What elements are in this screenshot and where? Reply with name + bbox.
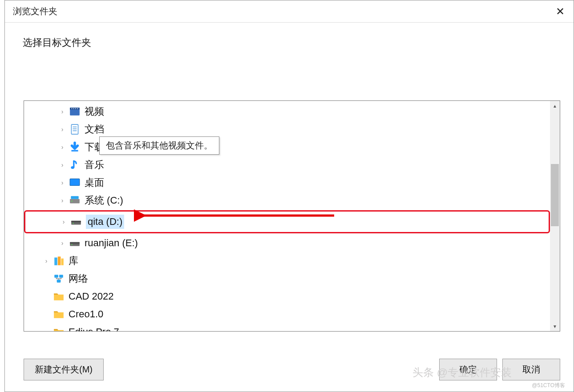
svg-point-4 <box>75 108 76 109</box>
svg-rect-21 <box>70 242 80 244</box>
svg-rect-28 <box>57 280 61 283</box>
tree-item[interactable]: ›Edius Pro 7 <box>24 323 550 331</box>
chevron-right-icon[interactable]: › <box>58 144 67 151</box>
tree-item-label: CAD 2022 <box>69 289 114 304</box>
folder-icon <box>53 290 65 303</box>
tree-item[interactable]: ›CAD 2022 <box>24 288 550 305</box>
folder-icon <box>53 308 65 320</box>
tree-item[interactable]: ›ruanjian (E:) <box>24 234 550 252</box>
folder-tree-scroll[interactable]: ›视频›文档›下载›音乐›桌面›系统 (C:)›qita (D:)›ruanji… <box>24 101 550 331</box>
tree-item-label: 音乐 <box>85 158 104 172</box>
music-icon <box>69 159 81 171</box>
svg-rect-12 <box>70 179 80 185</box>
tree-item[interactable]: ›Creo1.0 <box>24 305 550 323</box>
scrollbar-thumb[interactable] <box>551 164 559 226</box>
tree-item-label: 文档 <box>85 122 104 136</box>
chevron-right-icon[interactable]: › <box>58 161 67 168</box>
tree-item[interactable]: ›文档 <box>24 120 550 138</box>
video-icon <box>69 105 81 118</box>
chevron-right-icon[interactable]: › <box>58 240 67 247</box>
tree-item[interactable]: ›系统 (C:) <box>24 192 550 209</box>
svg-rect-26 <box>54 275 58 278</box>
close-button[interactable]: ✕ <box>547 0 574 22</box>
tree-item[interactable]: ›qita (D:) <box>24 210 550 233</box>
folder-icon <box>53 326 65 331</box>
close-icon: ✕ <box>556 5 565 18</box>
scroll-up-button[interactable]: ▲ <box>550 101 560 111</box>
chevron-right-icon[interactable]: › <box>58 179 67 186</box>
download-icon <box>69 141 81 153</box>
drive-icon <box>70 216 82 228</box>
tree-item[interactable]: ›库 <box>24 252 550 270</box>
scrollbar-track[interactable] <box>550 111 560 321</box>
new-folder-button[interactable]: 新建文件夹(M) <box>24 359 104 380</box>
tree-item-label: 系统 (C:) <box>85 193 123 208</box>
scrollbar-vertical[interactable]: ▲ ▼ <box>550 101 560 331</box>
svg-point-11 <box>71 166 74 169</box>
dialog-title: 浏览文件夹 <box>13 5 57 17</box>
browse-folder-dialog: 浏览文件夹 ✕ 选择目标文件夹 ›视频›文档›下载›音乐›桌面›系统 (C:)›… <box>4 0 574 392</box>
svg-point-5 <box>77 108 78 109</box>
chevron-right-icon[interactable]: › <box>58 197 67 204</box>
titlebar: 浏览文件夹 ✕ <box>5 0 574 23</box>
svg-point-2 <box>71 108 72 109</box>
svg-rect-6 <box>71 124 78 134</box>
chevron-right-icon[interactable]: › <box>59 218 68 225</box>
instruction-label: 选择目标文件夹 <box>5 23 574 49</box>
system-drive-icon <box>69 194 81 207</box>
svg-point-16 <box>71 201 72 202</box>
folder-tree-container: ›视频›文档›下载›音乐›桌面›系统 (C:)›qita (D:)›ruanji… <box>24 100 560 332</box>
library-icon <box>53 255 65 267</box>
tree-item[interactable]: ›桌面 <box>24 174 550 192</box>
drive-icon <box>69 237 81 249</box>
svg-rect-18 <box>71 221 81 222</box>
svg-rect-25 <box>61 259 63 265</box>
svg-point-22 <box>71 244 72 245</box>
tree-item[interactable]: ›网络 <box>24 270 550 288</box>
svg-point-19 <box>73 223 73 224</box>
scroll-down-button[interactable]: ▼ <box>550 321 560 331</box>
tree-item-label: 库 <box>69 254 78 268</box>
svg-rect-10 <box>71 150 78 152</box>
tree-item-label: 网络 <box>69 272 88 286</box>
chevron-right-icon[interactable]: › <box>58 126 67 133</box>
tree-item-label: ruanjian (E:) <box>85 236 138 250</box>
svg-rect-24 <box>58 256 61 265</box>
tree-item-label: Creo1.0 <box>69 307 103 321</box>
svg-rect-15 <box>71 196 78 199</box>
folder-tree: ›视频›文档›下载›音乐›桌面›系统 (C:)›qita (D:)›ruanji… <box>24 101 550 331</box>
watermark-site: @51CTO博客 <box>532 382 565 389</box>
tree-item[interactable]: ›视频 <box>24 103 550 120</box>
tree-item-label: 视频 <box>85 104 104 119</box>
network-icon <box>53 272 65 285</box>
svg-rect-23 <box>54 257 57 265</box>
watermark-author: 头条 @专业软件安装 <box>412 365 512 380</box>
tree-item[interactable]: ›音乐 <box>24 156 550 174</box>
tree-item-label: 桌面 <box>85 176 104 190</box>
document-icon <box>69 123 81 136</box>
svg-point-3 <box>73 108 74 109</box>
chevron-right-icon[interactable]: › <box>42 257 51 264</box>
desktop-icon <box>69 176 81 189</box>
tooltip: 包含音乐和其他视频文件。 <box>99 136 219 155</box>
tree-item-label: qita (D:) <box>86 215 124 229</box>
svg-rect-27 <box>59 275 63 278</box>
tree-item-label: Edius Pro 7 <box>69 325 119 331</box>
chevron-right-icon[interactable]: › <box>58 108 67 115</box>
